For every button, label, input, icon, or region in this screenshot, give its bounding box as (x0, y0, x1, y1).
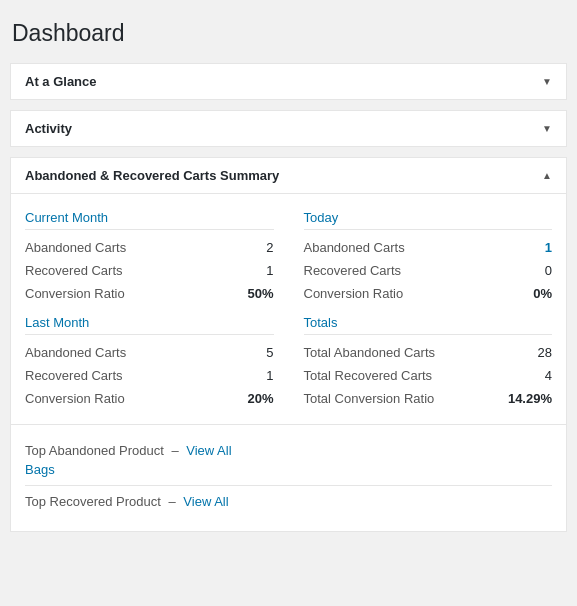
bottom-section: Top Abandoned Product – View All Bags To… (11, 424, 566, 531)
activity-header[interactable]: Activity ▼ (11, 111, 566, 146)
today-recovered-row: Recovered Carts 0 (304, 259, 553, 282)
summary-widget: Abandoned & Recovered Carts Summary ▲ Cu… (10, 157, 567, 532)
top-abandoned-product-value: Bags (25, 462, 552, 477)
cm-conversion-row: Conversion Ratio 50% (25, 282, 274, 305)
cm-abandoned-value: 2 (266, 240, 273, 255)
total-conversion-value: 14.29% (508, 391, 552, 406)
cm-recovered-value: 1 (266, 263, 273, 278)
today-label: Today (304, 210, 553, 230)
top-recovered-product-title: Top Recovered Product – View All (25, 494, 552, 509)
today-conversion-value: 0% (533, 286, 552, 301)
cm-abandoned-label: Abandoned Carts (25, 240, 126, 255)
lm-conversion-label: Conversion Ratio (25, 391, 125, 406)
lm-recovered-row: Recovered Carts 1 (25, 364, 274, 387)
cm-conversion-label: Conversion Ratio (25, 286, 125, 301)
total-conversion-label: Total Conversion Ratio (304, 391, 435, 406)
lm-conversion-value: 20% (247, 391, 273, 406)
at-a-glance-title: At a Glance (25, 74, 97, 89)
total-recovered-row: Total Recovered Carts 4 (304, 364, 553, 387)
cm-recovered-label: Recovered Carts (25, 263, 123, 278)
top-abandoned-product-label: Top Abandoned Product (25, 443, 164, 458)
today-recovered-value: 0 (545, 263, 552, 278)
lm-recovered-label: Recovered Carts (25, 368, 123, 383)
total-abandoned-row: Total Abandoned Carts 28 (304, 341, 553, 364)
lm-conversion-row: Conversion Ratio 20% (25, 387, 274, 410)
top-abandoned-product-row: Top Abandoned Product – View All Bags (25, 435, 552, 486)
cm-recovered-row: Recovered Carts 1 (25, 259, 274, 282)
today-abandoned-label: Abandoned Carts (304, 240, 405, 255)
summary-title: Abandoned & Recovered Carts Summary (25, 168, 279, 183)
activity-title: Activity (25, 121, 72, 136)
totals-label: Totals (304, 315, 553, 335)
top-abandoned-view-all-link[interactable]: View All (186, 443, 231, 458)
total-abandoned-value: 28 (538, 345, 552, 360)
at-a-glance-header[interactable]: At a Glance ▼ (11, 64, 566, 99)
activity-toggle-icon: ▼ (542, 123, 552, 134)
lm-abandoned-row: Abandoned Carts 5 (25, 341, 274, 364)
activity-widget: Activity ▼ (10, 110, 567, 147)
last-month-label: Last Month (25, 315, 274, 335)
page-title: Dashboard (10, 20, 567, 47)
total-recovered-label: Total Recovered Carts (304, 368, 433, 383)
left-column: Current Month Abandoned Carts 2 Recovere… (25, 206, 294, 410)
today-recovered-label: Recovered Carts (304, 263, 402, 278)
lm-recovered-value: 1 (266, 368, 273, 383)
total-abandoned-label: Total Abandoned Carts (304, 345, 436, 360)
today-conversion-row: Conversion Ratio 0% (304, 282, 553, 305)
top-abandoned-product-title: Top Abandoned Product – View All (25, 443, 552, 458)
total-conversion-row: Total Conversion Ratio 14.29% (304, 387, 553, 410)
today-abandoned-row: Abandoned Carts 1 (304, 236, 553, 259)
top-recovered-product-row: Top Recovered Product – View All (25, 486, 552, 521)
top-abandoned-dash: – (171, 443, 178, 458)
summary-toggle-icon: ▲ (542, 170, 552, 181)
top-recovered-product-label: Top Recovered Product (25, 494, 161, 509)
today-conversion-label: Conversion Ratio (304, 286, 404, 301)
today-abandoned-value: 1 (545, 240, 552, 255)
right-column: Today Abandoned Carts 1 Recovered Carts … (294, 206, 553, 410)
top-recovered-view-all-link[interactable]: View All (183, 494, 228, 509)
at-a-glance-toggle-icon: ▼ (542, 76, 552, 87)
cm-abandoned-row: Abandoned Carts 2 (25, 236, 274, 259)
summary-header[interactable]: Abandoned & Recovered Carts Summary ▲ (11, 158, 566, 194)
current-month-label: Current Month (25, 210, 274, 230)
total-recovered-value: 4 (545, 368, 552, 383)
lm-abandoned-label: Abandoned Carts (25, 345, 126, 360)
summary-body: Current Month Abandoned Carts 2 Recovere… (11, 194, 566, 424)
lm-abandoned-value: 5 (266, 345, 273, 360)
top-recovered-dash: – (168, 494, 175, 509)
at-a-glance-widget: At a Glance ▼ (10, 63, 567, 100)
cm-conversion-value: 50% (247, 286, 273, 301)
